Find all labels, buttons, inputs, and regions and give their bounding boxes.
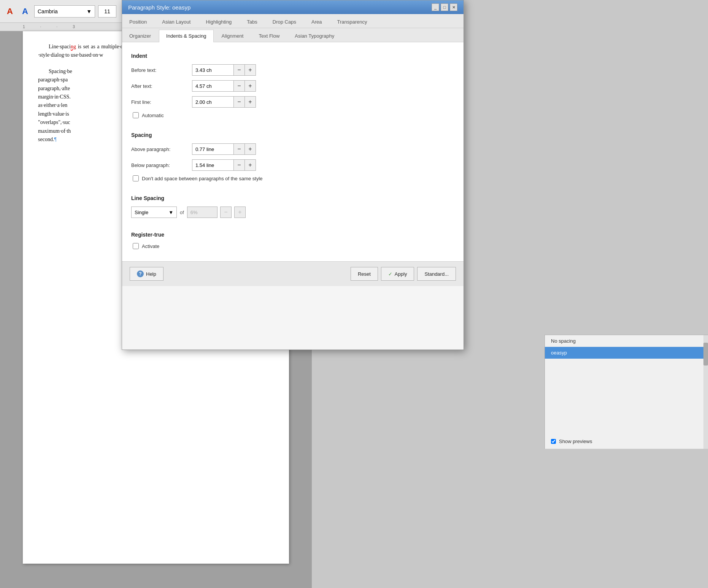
line-spacing-row: Single ▼ of − +	[131, 207, 454, 218]
above-paragraph-increment[interactable]: +	[244, 143, 256, 155]
paragraph-style-dialog: Paragraph Style: oeasyp _ □ ✕ Position A…	[122, 0, 464, 350]
above-paragraph-row: Above paragraph: − +	[131, 143, 454, 155]
automatic-checkbox-row: Automatic	[131, 112, 454, 118]
dialog-body: Indent Before text: − + After text: − + …	[122, 42, 464, 261]
help-icon: ?	[137, 270, 144, 277]
tab-highlighting[interactable]: Highlighting	[198, 16, 239, 28]
tab-indents-spacing[interactable]: Indents & Spacing	[159, 30, 214, 42]
below-paragraph-input[interactable]	[192, 159, 234, 171]
help-button[interactable]: ? Help	[130, 267, 164, 281]
activate-checkbox-row: Activate	[131, 243, 454, 249]
font-dropdown-arrow[interactable]: ▼	[86, 8, 92, 14]
after-text-increment[interactable]: +	[244, 80, 256, 92]
line-spacing-header: Line Spacing	[131, 195, 454, 201]
tabs-row-1: Position Asian Layout Highlighting Tabs …	[122, 14, 464, 28]
maximize-button[interactable]: □	[441, 3, 448, 11]
before-text-row: Before text: − +	[131, 64, 454, 76]
line-spacing-increment: +	[234, 207, 246, 218]
scrollbar-track[interactable]	[703, 335, 708, 449]
after-text-row: After text: − +	[131, 80, 454, 92]
standard-button[interactable]: Standard...	[417, 267, 456, 281]
tab-asian-layout[interactable]: Asian Layout	[155, 16, 198, 28]
first-line-label: First line:	[131, 99, 192, 105]
reset-button[interactable]: Reset	[351, 267, 378, 281]
after-text-decrement[interactable]: −	[233, 80, 245, 92]
first-line-spinner: − +	[192, 96, 256, 108]
below-paragraph-label: Below paragraph:	[131, 162, 192, 168]
above-paragraph-decrement[interactable]: −	[233, 143, 245, 155]
register-true-header: Register-true	[131, 232, 454, 238]
automatic-label[interactable]: Automatic	[142, 113, 164, 118]
below-paragraph-decrement[interactable]: −	[233, 159, 245, 171]
font-selector[interactable]: Cambria ▼	[34, 5, 95, 17]
tab-transparency[interactable]: Transparency	[330, 16, 374, 28]
before-text-input[interactable]	[192, 64, 234, 76]
above-paragraph-spinner: − +	[192, 143, 256, 155]
first-line-input[interactable]	[192, 96, 234, 108]
line-spacing-of-input[interactable]	[187, 207, 217, 218]
before-text-label: Before text:	[131, 67, 192, 73]
tab-asian-typography[interactable]: Asian Typography	[287, 30, 341, 42]
first-line-row: First line: − +	[131, 96, 454, 108]
after-text-input[interactable]	[192, 80, 234, 92]
dropdown-arrow-icon: ▼	[168, 210, 173, 215]
tab-position[interactable]: Position	[122, 16, 154, 28]
font-name: Cambria	[38, 8, 58, 14]
dialog-footer: ? Help Reset ✓ Apply Standard...	[122, 261, 464, 286]
icon-a-red: A	[4, 5, 16, 17]
show-previews-row: Show previews	[551, 439, 592, 444]
after-text-spinner: − +	[192, 80, 256, 92]
apply-button[interactable]: ✓ Apply	[381, 267, 414, 281]
no-space-checkbox-row: Don't add space between paragraphs of th…	[131, 175, 454, 181]
above-paragraph-label: Above paragraph:	[131, 146, 192, 152]
spacing-section-header: Spacing	[131, 132, 454, 138]
activate-label[interactable]: Activate	[142, 243, 159, 249]
automatic-checkbox[interactable]	[133, 112, 139, 118]
dialog-title: Paragraph Style: oeasyp	[128, 4, 190, 11]
below-paragraph-increment[interactable]: +	[244, 159, 256, 171]
minimize-button[interactable]: _	[432, 3, 439, 11]
line-spacing-value: Single	[135, 210, 148, 215]
first-line-decrement[interactable]: −	[233, 96, 245, 108]
tab-alignment[interactable]: Alignment	[214, 30, 251, 42]
dialog-titlebar: Paragraph Style: oeasyp _ □ ✕	[122, 0, 464, 14]
scrollbar-thumb[interactable]	[703, 343, 708, 366]
font-size-input[interactable]: 11	[98, 5, 116, 17]
tab-tabs[interactable]: Tabs	[240, 16, 264, 28]
first-line-increment[interactable]: +	[244, 96, 256, 108]
close-button[interactable]: ✕	[450, 3, 457, 11]
styles-panel: No spacing oeasyp Show previews	[544, 335, 708, 449]
activate-checkbox[interactable]	[133, 243, 139, 249]
line-spacing-decrement: −	[220, 207, 232, 218]
tab-drop-caps[interactable]: Drop Caps	[265, 16, 303, 28]
before-text-increment[interactable]: +	[244, 64, 256, 76]
below-paragraph-spinner: − +	[192, 159, 256, 171]
titlebar-controls: _ □ ✕	[432, 3, 457, 11]
tab-area[interactable]: Area	[304, 16, 329, 28]
show-previews-checkbox[interactable]	[551, 439, 556, 444]
line-spacing-dropdown[interactable]: Single ▼	[131, 207, 177, 218]
above-paragraph-input[interactable]	[192, 143, 234, 155]
indent-section-header: Indent	[131, 53, 454, 59]
no-space-label[interactable]: Don't add space between paragraphs of th…	[142, 176, 263, 181]
of-label: of	[180, 210, 184, 215]
style-no-spacing[interactable]: No spacing	[545, 335, 708, 347]
show-previews-label[interactable]: Show previews	[559, 439, 592, 444]
icon-a-blue: A	[19, 5, 31, 17]
tab-text-flow[interactable]: Text Flow	[251, 30, 287, 42]
style-oeasyp[interactable]: oeasyp	[545, 347, 708, 359]
tabs-row-2: Organizer Indents & Spacing Alignment Te…	[122, 28, 464, 42]
before-text-decrement[interactable]: −	[233, 64, 245, 76]
before-text-spinner: − +	[192, 64, 256, 76]
apply-check-icon: ✓	[388, 271, 392, 277]
no-space-checkbox[interactable]	[133, 175, 139, 181]
after-text-label: After text:	[131, 83, 192, 89]
tab-organizer[interactable]: Organizer	[122, 30, 158, 42]
below-paragraph-row: Below paragraph: − +	[131, 159, 454, 171]
